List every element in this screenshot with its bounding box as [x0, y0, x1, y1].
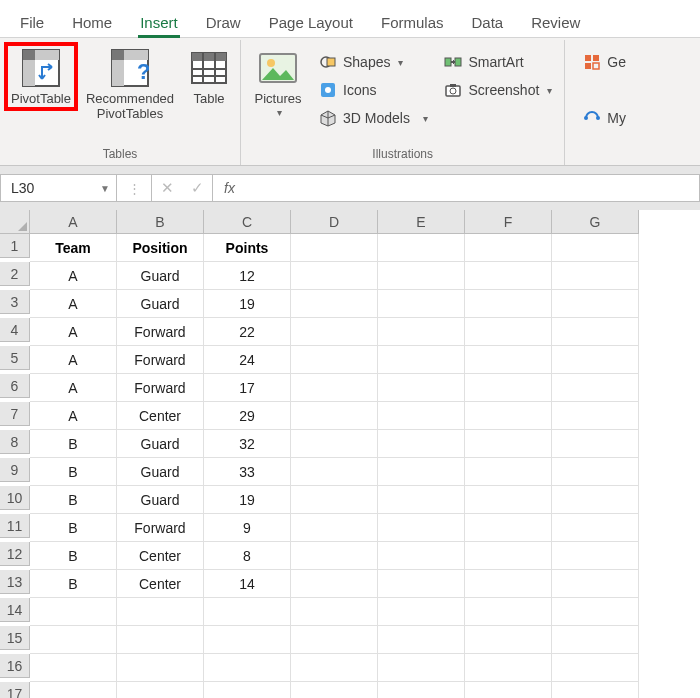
screenshot-button[interactable]: Screenshot ▾: [438, 76, 558, 104]
cell[interactable]: [465, 458, 552, 486]
cell[interactable]: [552, 654, 639, 682]
tab-draw[interactable]: Draw: [192, 6, 255, 37]
cell[interactable]: [465, 234, 552, 262]
cell[interactable]: [552, 318, 639, 346]
cell[interactable]: [465, 598, 552, 626]
cell[interactable]: Guard: [117, 262, 204, 290]
cell[interactable]: B: [30, 542, 117, 570]
pictures-button[interactable]: Pictures ▾: [247, 44, 309, 120]
cell[interactable]: [378, 542, 465, 570]
row-header[interactable]: 6: [0, 374, 30, 398]
cell[interactable]: [552, 234, 639, 262]
cell[interactable]: [291, 514, 378, 542]
cell[interactable]: [378, 682, 465, 698]
cell[interactable]: [465, 374, 552, 402]
col-header-G[interactable]: G: [552, 210, 639, 234]
cell[interactable]: A: [30, 290, 117, 318]
cell[interactable]: Forward: [117, 318, 204, 346]
cell[interactable]: Guard: [117, 430, 204, 458]
cell[interactable]: [30, 654, 117, 682]
cell[interactable]: [378, 626, 465, 654]
tab-data[interactable]: Data: [457, 6, 517, 37]
row-header[interactable]: 9: [0, 458, 30, 482]
col-header-E[interactable]: E: [378, 210, 465, 234]
cell[interactable]: 19: [204, 486, 291, 514]
cell[interactable]: [291, 402, 378, 430]
cell[interactable]: [552, 514, 639, 542]
cell[interactable]: [291, 262, 378, 290]
table-button[interactable]: Table: [184, 44, 234, 109]
cell[interactable]: [291, 430, 378, 458]
pivottable-button[interactable]: PivotTable: [6, 44, 76, 109]
col-header-C[interactable]: C: [204, 210, 291, 234]
cell[interactable]: [291, 570, 378, 598]
cell[interactable]: [552, 626, 639, 654]
cell[interactable]: [291, 654, 378, 682]
3d-models-button[interactable]: 3D Models ▾: [313, 104, 434, 132]
cell[interactable]: [291, 458, 378, 486]
cell[interactable]: Guard: [117, 290, 204, 318]
tab-insert[interactable]: Insert: [126, 6, 192, 37]
cell[interactable]: B: [30, 486, 117, 514]
recommended-pivottables-button[interactable]: ? Recommended PivotTables: [80, 44, 180, 124]
cell-A1[interactable]: Team: [30, 234, 117, 262]
spreadsheet-grid[interactable]: A B C D E F G 1 Team Position Points 2 A…: [0, 210, 700, 698]
cell[interactable]: [117, 626, 204, 654]
cell[interactable]: [378, 374, 465, 402]
cell[interactable]: [204, 626, 291, 654]
cell[interactable]: [204, 654, 291, 682]
cell[interactable]: [378, 654, 465, 682]
shapes-button[interactable]: Shapes ▾: [313, 48, 434, 76]
my-addins-button[interactable]: My: [577, 104, 632, 132]
cell[interactable]: [465, 318, 552, 346]
cell[interactable]: A: [30, 402, 117, 430]
row-header[interactable]: 8: [0, 430, 30, 454]
cell[interactable]: [204, 598, 291, 626]
smartart-button[interactable]: SmartArt: [438, 48, 558, 76]
cell[interactable]: 32: [204, 430, 291, 458]
cell[interactable]: [378, 514, 465, 542]
cell[interactable]: [552, 542, 639, 570]
cell[interactable]: 17: [204, 374, 291, 402]
cell[interactable]: B: [30, 430, 117, 458]
tab-file[interactable]: File: [6, 6, 58, 37]
cell[interactable]: [291, 598, 378, 626]
cell[interactable]: [465, 402, 552, 430]
cell[interactable]: Forward: [117, 374, 204, 402]
enter-formula-button[interactable]: ✓: [182, 174, 212, 202]
cell[interactable]: B: [30, 514, 117, 542]
cell[interactable]: Guard: [117, 458, 204, 486]
cell[interactable]: [465, 654, 552, 682]
cell[interactable]: [378, 290, 465, 318]
cell[interactable]: Center: [117, 570, 204, 598]
formula-input[interactable]: [246, 174, 700, 202]
cell[interactable]: A: [30, 346, 117, 374]
cell-B1[interactable]: Position: [117, 234, 204, 262]
cell[interactable]: [378, 486, 465, 514]
cell[interactable]: Center: [117, 402, 204, 430]
select-all-corner[interactable]: [0, 210, 30, 234]
cell[interactable]: [378, 598, 465, 626]
cell[interactable]: [552, 570, 639, 598]
cell[interactable]: [117, 682, 204, 698]
cell[interactable]: [291, 346, 378, 374]
cell[interactable]: [465, 682, 552, 698]
cell[interactable]: [378, 458, 465, 486]
cell[interactable]: [291, 542, 378, 570]
cell[interactable]: [552, 486, 639, 514]
cell[interactable]: [465, 486, 552, 514]
tab-page-layout[interactable]: Page Layout: [255, 6, 367, 37]
cell[interactable]: [552, 598, 639, 626]
cell[interactable]: A: [30, 374, 117, 402]
cell[interactable]: 29: [204, 402, 291, 430]
fx-label[interactable]: fx: [212, 174, 246, 202]
cell[interactable]: [30, 598, 117, 626]
cell[interactable]: [378, 346, 465, 374]
cell[interactable]: [204, 682, 291, 698]
tab-formulas[interactable]: Formulas: [367, 6, 458, 37]
cell[interactable]: [552, 374, 639, 402]
row-header[interactable]: 2: [0, 262, 30, 286]
cell[interactable]: 8: [204, 542, 291, 570]
col-header-F[interactable]: F: [465, 210, 552, 234]
row-header[interactable]: 13: [0, 570, 30, 594]
